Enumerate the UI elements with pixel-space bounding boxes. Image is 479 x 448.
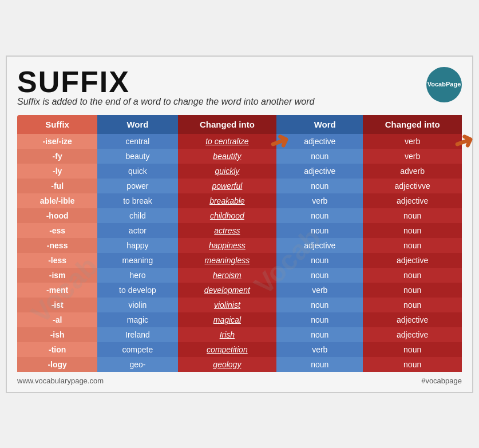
cell-changed1: violinist — [178, 298, 277, 312]
table-row: -ish Ireland Irish noun adjective — [17, 327, 462, 342]
cell-word2: adjective — [276, 164, 363, 179]
cell-word1: power — [97, 179, 177, 193]
cell-changed2: adjective — [363, 327, 462, 342]
cell-word2: verb — [276, 283, 363, 298]
cell-word2: noun — [276, 357, 363, 372]
cell-changed1: childhood — [178, 208, 277, 223]
cell-word1: meaning — [97, 253, 177, 268]
cell-changed2: verb — [363, 149, 462, 164]
cell-suffix: -ist — [17, 298, 97, 312]
cell-word2: noun — [276, 179, 363, 193]
cell-changed2: adjectivve — [363, 179, 462, 193]
cell-word2: noun — [276, 327, 363, 342]
cell-changed2: adjective — [363, 253, 462, 268]
cell-word1: to develop — [97, 283, 177, 298]
cell-word2: noun — [276, 253, 363, 268]
cell-changed2: noun — [363, 223, 462, 238]
cell-word2: noun — [276, 268, 363, 283]
cell-word1: actor — [97, 223, 177, 238]
table-row: -fy beauty beautify noun verb — [17, 149, 462, 164]
cell-word2: verb — [276, 193, 363, 208]
cell-word1: child — [97, 208, 177, 223]
cell-changed2: noun — [363, 342, 462, 357]
table-header-row: Suffix Word Changed into ➜ Word Changed … — [17, 115, 462, 134]
cell-changed2: noun — [363, 238, 462, 253]
table-row: -ise/-ize central to centralize adjectiv… — [17, 134, 462, 149]
cell-changed2: noun — [363, 208, 462, 223]
table-row: -ly quick quickly adjective adverb — [17, 164, 462, 179]
cell-word1: Ireland — [97, 327, 177, 342]
cell-word2: noun — [276, 223, 363, 238]
table-row: -less meaning meaningless noun adjective — [17, 253, 462, 268]
main-card: SUFFIX Suffix is added to the end of a w… — [6, 55, 473, 393]
cell-changed2: noun — [363, 268, 462, 283]
cell-suffix: -ise/-ize — [17, 134, 97, 149]
cell-suffix: -al — [17, 312, 97, 327]
cell-suffix: -tion — [17, 342, 97, 357]
page-title: SUFFIX Suffix is added to the end of a w… — [17, 67, 314, 113]
cell-changed2: adjective — [363, 193, 462, 208]
cell-word1: quick — [97, 164, 177, 179]
cell-changed2: adjective — [363, 312, 462, 327]
vocabpage-logo: Vocab Page — [426, 67, 462, 102]
cell-changed1: powerful — [178, 179, 277, 193]
cell-suffix: -logy — [17, 357, 97, 372]
table-row: -ment to develop development verb noun — [17, 283, 462, 298]
table-row: able/-ible to break breakable verb adjec… — [17, 193, 462, 208]
cell-word1: magic — [97, 312, 177, 327]
cell-suffix: -ly — [17, 164, 97, 179]
cell-word1: hero — [97, 268, 177, 283]
header-changed2: Changed into ➜ — [363, 115, 462, 134]
header: SUFFIX Suffix is added to the end of a w… — [17, 67, 462, 113]
cell-changed2: noun — [363, 283, 462, 298]
cell-word2: verb — [276, 342, 363, 357]
cell-changed2: noun — [363, 357, 462, 372]
header-word1: Word — [97, 115, 177, 134]
table-row: -ism hero heroism noun noun — [17, 268, 462, 283]
header-suffix: Suffix — [17, 115, 97, 134]
cell-word1: beauty — [97, 149, 177, 164]
table-row: -ist violin violinist noun noun — [17, 298, 462, 312]
suffix-table: Suffix Word Changed into ➜ Word Changed … — [17, 115, 462, 372]
cell-changed1: actress — [178, 223, 277, 238]
cell-changed2: adverb — [363, 164, 462, 179]
table-row: -ful power powerful noun adjectivve — [17, 179, 462, 193]
cell-changed2: noun — [363, 298, 462, 312]
cell-changed1: development — [178, 283, 277, 298]
cell-changed1: quickly — [178, 164, 277, 179]
table-row: -ess actor actress noun noun — [17, 223, 462, 238]
cell-changed1: beautify — [178, 149, 277, 164]
cell-word2: noun — [276, 312, 363, 327]
cell-suffix: -ment — [17, 283, 97, 298]
header-changed1: Changed into ➜ — [178, 115, 277, 134]
cell-word2: adjective — [276, 238, 363, 253]
footer-left: www.vocabularypage.com — [17, 376, 104, 385]
footer-right: #vocabpage — [421, 376, 462, 385]
table-row: -logy geo- geology noun noun — [17, 357, 462, 372]
cell-changed1: magical — [178, 312, 277, 327]
cell-word1: central — [97, 134, 177, 149]
table-row: -hood child childhood noun noun — [17, 208, 462, 223]
cell-word2: noun — [276, 208, 363, 223]
cell-changed1: happiness — [178, 238, 277, 253]
cell-changed1: breakable — [178, 193, 277, 208]
table-row: -tion compete competition verb noun — [17, 342, 462, 357]
footer: www.vocabularypage.com #vocabpage — [17, 376, 462, 385]
cell-word1: to break — [97, 193, 177, 208]
cell-changed1: meaningless — [178, 253, 277, 268]
cell-suffix: -ness — [17, 238, 97, 253]
cell-word1: happy — [97, 238, 177, 253]
cell-changed1: to centralize — [178, 134, 277, 149]
cell-word2: noun — [276, 298, 363, 312]
table-body: -ise/-ize central to centralize adjectiv… — [17, 134, 462, 372]
cell-word1: compete — [97, 342, 177, 357]
cell-changed1: heroism — [178, 268, 277, 283]
cell-suffix: able/-ible — [17, 193, 97, 208]
cell-suffix: -ess — [17, 223, 97, 238]
cell-suffix: -ful — [17, 179, 97, 193]
cell-word1: violin — [97, 298, 177, 312]
cell-word1: geo- — [97, 357, 177, 372]
cell-suffix: -hood — [17, 208, 97, 223]
cell-suffix: -fy — [17, 149, 97, 164]
header-word2: Word — [276, 115, 363, 134]
